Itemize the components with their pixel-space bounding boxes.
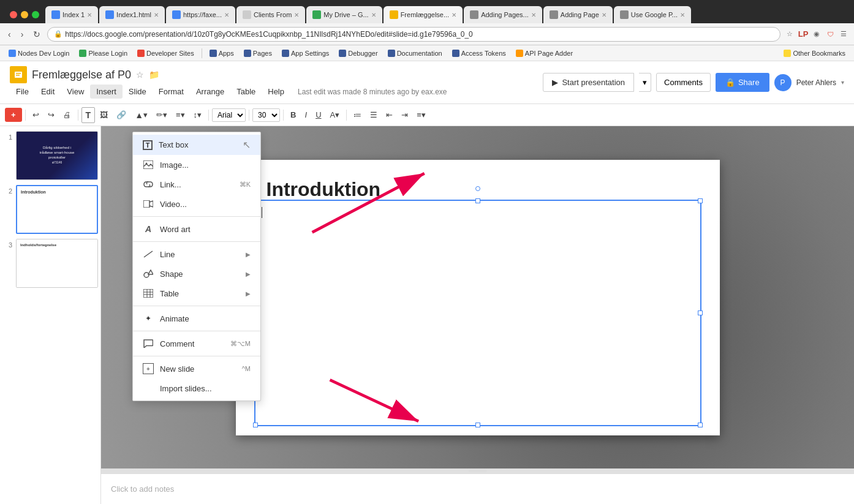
back-button[interactable]: ‹	[5, 28, 14, 41]
tab-use-google[interactable]: Use Google P... ✕	[614, 6, 691, 23]
folder-icon[interactable]: 📁	[149, 70, 159, 80]
menu-help[interactable]: Help	[262, 85, 290, 99]
indent-more-button[interactable]: ⇥	[398, 108, 412, 122]
bookmark-star-icon[interactable]: ☆	[784, 29, 795, 40]
bookmark-dev-sites[interactable]: Developer Sites	[134, 48, 198, 58]
resize-handle-bottom-right[interactable]	[698, 423, 703, 427]
extension-icon[interactable]: ◉	[811, 29, 822, 40]
resize-handle-bottom-mid[interactable]	[475, 423, 480, 427]
bold-button[interactable]: B	[287, 108, 300, 122]
tab-close-icon[interactable]: ✕	[680, 12, 685, 18]
notes-resize-handle[interactable]	[101, 468, 854, 473]
menu-item-video[interactable]: Video...	[133, 194, 260, 214]
tab-close-icon[interactable]: ✕	[154, 12, 159, 18]
underline-button[interactable]: U	[312, 108, 325, 122]
menu-item-new-slide[interactable]: + New slide ^M	[133, 359, 260, 378]
start-presentation-button[interactable]: ▶ Start presentation	[543, 73, 634, 92]
tab-clients[interactable]: Clients From ✕	[236, 6, 305, 23]
fill-color-button[interactable]: ▲▾	[131, 108, 151, 122]
menu-item-wordart[interactable]: A Word art	[133, 219, 260, 239]
slide-canvas[interactable]: Introduktion	[236, 160, 720, 435]
tab-fremlaggelse[interactable]: Fremlæggelse... ✕	[384, 6, 463, 23]
url-bar[interactable]: 🔒 https://docs.google.com/presentation/d…	[47, 27, 780, 42]
slide-preview-2[interactable]: Introduktion	[16, 185, 98, 234]
bookmark-access-tokens[interactable]: Access Tokens	[448, 48, 510, 58]
bookmark-other[interactable]: Other Bookmarks	[780, 48, 849, 58]
menu-edit[interactable]: Edit	[35, 85, 61, 99]
menu-view[interactable]: View	[61, 85, 90, 99]
menu-item-animate[interactable]: ✦ Animate	[133, 309, 260, 328]
tab-index1[interactable]: Index 1 ✕	[45, 6, 98, 23]
menu-format[interactable]: Format	[153, 85, 190, 99]
menu-item-shape[interactable]: Shape ▶	[133, 264, 260, 284]
menu-icon[interactable]: ☰	[838, 29, 849, 40]
bookmark-pages[interactable]: Pages	[240, 48, 276, 58]
forward-button[interactable]: ›	[18, 28, 27, 41]
text-box-tool[interactable]: T	[81, 107, 96, 123]
undo-button[interactable]: ↩	[29, 108, 43, 122]
slide-thumb-1[interactable]: 1 Dårlig sikkerhed itrådløse smart-house…	[2, 131, 98, 180]
lastpass-icon[interactable]: LP	[798, 29, 809, 40]
present-dropdown-button[interactable]: ▾	[639, 73, 651, 92]
slide-preview-3[interactable]: Indholds/fortegnelse	[16, 239, 98, 288]
close-traffic-light[interactable]	[10, 11, 17, 18]
comments-button[interactable]: Comments	[656, 73, 711, 92]
tab-close-icon[interactable]: ✕	[294, 12, 299, 18]
minimize-traffic-light[interactable]	[21, 11, 28, 18]
share-button[interactable]: 🔒 Share	[716, 73, 769, 92]
menu-insert[interactable]: Insert	[90, 85, 123, 99]
tab-close-icon[interactable]: ✕	[531, 12, 536, 18]
menu-item-line[interactable]: Line ▶	[133, 244, 260, 264]
menu-item-table[interactable]: Table ▶	[133, 284, 260, 303]
align-button[interactable]: ≡▾	[172, 108, 189, 122]
menu-item-link[interactable]: Link... ⌘K	[133, 175, 260, 194]
tab-faxe[interactable]: https://faxe... ✕	[166, 6, 235, 23]
indent-less-button[interactable]: ⇤	[382, 108, 396, 122]
adblock-icon[interactable]: 🛡	[825, 29, 836, 40]
tab-index1html[interactable]: Index1.html ✕	[99, 6, 165, 23]
image-tool[interactable]: 🖼	[96, 108, 111, 122]
print-button[interactable]: 🖨	[59, 108, 75, 122]
menu-file[interactable]: File	[10, 85, 35, 99]
menu-item-comment[interactable]: Comment ⌘⌥M	[133, 334, 260, 353]
star-icon[interactable]: ☆	[136, 70, 144, 80]
maximize-traffic-light[interactable]	[32, 11, 39, 18]
rotation-handle[interactable]	[475, 186, 480, 191]
font-size-select[interactable]: 30	[252, 108, 280, 122]
menu-arrange[interactable]: Arrange	[190, 85, 230, 99]
line-color-button[interactable]: ✏▾	[153, 108, 171, 122]
resize-handle-top-right[interactable]	[698, 198, 703, 203]
text-box-selection[interactable]	[254, 200, 701, 426]
bookmark-documentation[interactable]: Documentation	[384, 48, 446, 58]
slide-thumb-2[interactable]: 2 Introduktion	[2, 185, 98, 234]
tab-close-icon[interactable]: ✕	[371, 12, 376, 18]
italic-button[interactable]: I	[301, 108, 311, 122]
ordered-list-button[interactable]: ≔	[350, 108, 365, 122]
tab-close-icon[interactable]: ✕	[452, 12, 456, 18]
bookmark-debugger[interactable]: Debugger	[335, 48, 381, 58]
bookmark-api-page-adder[interactable]: API Page Adder	[512, 48, 576, 58]
tab-close-icon[interactable]: ✕	[87, 12, 92, 18]
tab-adding2[interactable]: Adding Page ✕	[543, 6, 613, 23]
user-dropdown-icon[interactable]: ▾	[841, 79, 844, 86]
unordered-list-button[interactable]: ☰	[366, 108, 381, 122]
slide-preview-1[interactable]: Dårlig sikkerhed itrådløse smart-housepr…	[16, 131, 98, 180]
tab-close-icon[interactable]: ✕	[602, 12, 606, 18]
bookmark-apps[interactable]: Apps	[206, 48, 238, 58]
slide-thumb-3[interactable]: 3 Indholds/fortegnelse	[2, 239, 98, 288]
menu-slide[interactable]: Slide	[123, 85, 153, 99]
add-button[interactable]: +	[5, 108, 22, 122]
resize-handle-top-mid[interactable]	[475, 198, 480, 203]
reload-button[interactable]: ↻	[30, 28, 43, 41]
menu-item-image[interactable]: Image...	[133, 155, 260, 175]
bookmark-nodes-dev[interactable]: Nodes Dev Login	[5, 48, 73, 58]
font-select[interactable]: Arial	[212, 108, 246, 122]
redo-button[interactable]: ↪	[44, 108, 58, 122]
menu-table[interactable]: Table	[230, 85, 262, 99]
menu-item-import-slides[interactable]: Import slides...	[133, 378, 260, 398]
resize-handle-mid-right[interactable]	[698, 310, 703, 315]
link-tool[interactable]: 🔗	[113, 108, 130, 122]
notes-bar[interactable]: Click to add notes	[101, 473, 854, 504]
bookmark-app-settings[interactable]: App Settings	[278, 48, 333, 58]
menu-item-textbox[interactable]: T Text box ↖	[133, 135, 260, 155]
